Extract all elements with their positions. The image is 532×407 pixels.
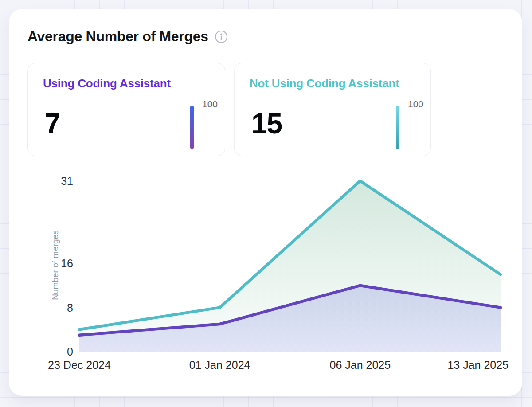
stat-cards-row: Using Coding Assistant 7 100 Not Using C… [27, 63, 431, 156]
page-title: Average Number of Merges [27, 28, 208, 45]
x-axis-label: 06 Jan 2025 [330, 358, 391, 372]
card-header: Average Number of Merges [27, 28, 228, 45]
stat-card-using-assistant: Using Coding Assistant 7 100 [27, 63, 225, 156]
y-tick-label: 8 [33, 301, 73, 314]
stat-value: 15 [251, 110, 282, 138]
y-tick-label: 0 [33, 345, 73, 358]
chart-card: Average Number of Merges Using Coding As… [9, 9, 522, 396]
y-tick-label: 31 [33, 174, 73, 188]
x-axis-label: 13 Jan 2025 [447, 358, 509, 372]
x-axis-label: 01 Jan 2024 [189, 358, 250, 372]
stat-value: 7 [45, 110, 60, 138]
stat-card-label: Using Coding Assistant [43, 77, 171, 90]
stat-scale-max: 100 [202, 99, 218, 110]
stat-card-label: Not Using Coding Assistant [250, 77, 399, 90]
x-axis-label: 23 Dec 2024 [48, 358, 111, 372]
page-background: { "header": { "title": "Average Number o… [0, 0, 532, 407]
info-icon[interactable] [215, 30, 228, 43]
chart-plot-area[interactable] [79, 181, 501, 352]
stat-scale-bar [396, 106, 399, 149]
stat-card-not-using-assistant: Not Using Coding Assistant 15 100 [234, 63, 431, 156]
stat-scale-bar [190, 106, 194, 149]
y-tick-label: 16 [33, 257, 73, 270]
stat-scale-max: 100 [408, 99, 423, 110]
